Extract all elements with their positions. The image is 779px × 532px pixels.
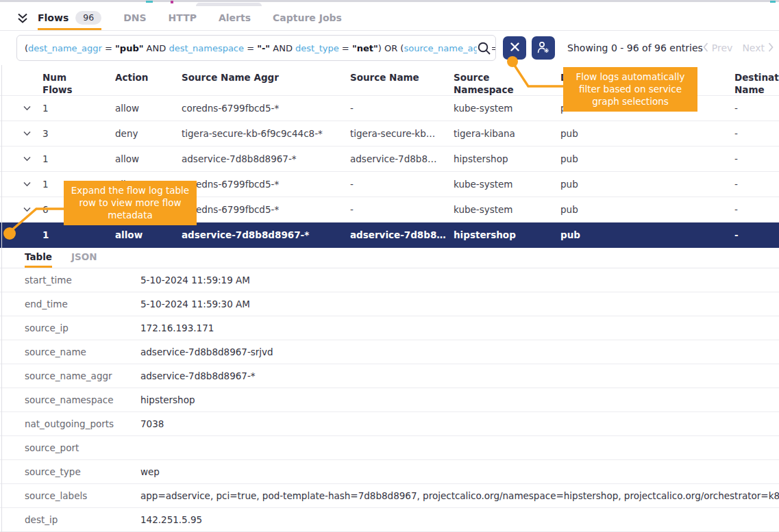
- cell-num: 6: [42, 204, 115, 215]
- column-header: SourceNamespace: [454, 71, 560, 96]
- flow-row[interactable]: 1allowcoredns-6799fbcd5-*-kube-systempub…: [0, 96, 779, 121]
- flows-count-badge: 96: [75, 11, 101, 25]
- cell-source_name: -: [350, 103, 454, 114]
- chevron-right-icon: [768, 42, 774, 54]
- flow-detail-tabbar: Table JSON: [0, 248, 779, 268]
- panel-left-border: [1, 7, 2, 532]
- cell-source_name_aggr: adservice-7d8b8d8967-*: [182, 229, 350, 240]
- cell-source_namespace: tigera-kibana: [454, 128, 560, 139]
- cell-num: 1: [42, 103, 115, 114]
- detail-key: source_labels: [25, 490, 140, 501]
- detail-key: start_time: [25, 275, 140, 286]
- row-expand-chevron-icon[interactable]: [23, 156, 42, 162]
- prev-button[interactable]: Prev: [703, 42, 733, 54]
- tab-dns[interactable]: DNS: [123, 6, 146, 30]
- filter-query-input[interactable]: (dest_name_aggr = "pub" AND dest_namespa…: [16, 35, 496, 61]
- cell-action: deny: [115, 128, 182, 139]
- cell-dest_name_aggr: pub: [560, 153, 734, 164]
- row-expand-chevron-icon[interactable]: [23, 105, 42, 111]
- detail-key: end_time: [25, 299, 140, 309]
- detail-row: source_ip172.16.193.171: [0, 316, 779, 340]
- detail-value: 5-10-2024 11:59:19 AM: [140, 275, 779, 286]
- cell-action: allow: [115, 229, 182, 240]
- cell-action: allow: [115, 103, 182, 114]
- cell-source_name_aggr: coredns-6799fbcd5-*: [182, 103, 350, 114]
- cell-dest_name: -: [734, 103, 779, 114]
- cell-dest_name_aggr: pub: [560, 179, 734, 190]
- flow-detail-table: start_time5-10-2024 11:59:19 AMend_time5…: [0, 268, 779, 532]
- column-header: DestinationName: [734, 71, 779, 96]
- detail-row: nat_outgoing_ports7038: [0, 412, 779, 436]
- detail-row: dest_ip142.251.5.95: [0, 508, 779, 532]
- flows-table-header: NumFlowsActionSource Name AggrSource Nam…: [0, 65, 779, 96]
- detail-tab-json[interactable]: JSON: [71, 248, 97, 268]
- flow-row[interactable]: 3denytigera-secure-kb-6f9c9c44c8-*tigera…: [0, 121, 779, 147]
- cell-dest_name_aggr: pub: [560, 229, 734, 240]
- flow-row[interactable]: 1allowadservice-7d8b8d8967-*adservice-7d…: [0, 147, 779, 172]
- detail-key: source_name: [25, 346, 140, 357]
- filter-query-text: (dest_name_aggr = "pub" AND dest_namespa…: [25, 43, 496, 53]
- cell-source_name: -: [350, 204, 454, 215]
- cell-source_name_aggr: adservice-7d8b8d8967-*: [182, 153, 350, 164]
- detail-key: source_name_aggr: [25, 370, 140, 381]
- cell-source_namespace: kube-system: [454, 179, 560, 190]
- cell-dest_name_aggr: pub: [560, 128, 734, 139]
- showing-entries-text: Showing 0 - 96 of 96 entries: [567, 42, 703, 53]
- cell-dest_name: -: [734, 128, 779, 139]
- next-button[interactable]: Next: [742, 42, 774, 54]
- cell-source_name: adservice-7d8b8…: [350, 153, 454, 164]
- detail-row: source_labelsapp=adservice, pci=true, po…: [0, 484, 779, 508]
- cell-dest_name: -: [734, 204, 779, 215]
- close-icon: [510, 42, 519, 53]
- detail-row: source_nameadservice-7d8b8d8967-srjvd: [0, 340, 779, 364]
- detail-value: 142.251.5.95: [140, 514, 779, 525]
- tab-alerts[interactable]: Alerts: [219, 6, 251, 30]
- row-expand-chevron-icon[interactable]: [23, 131, 42, 136]
- tab-capture-jobs[interactable]: Capture Jobs: [273, 6, 342, 30]
- user-settings-button[interactable]: [532, 36, 555, 60]
- detail-row: source_namespacehipstershop: [0, 388, 779, 412]
- cell-dest_name: -: [734, 179, 779, 190]
- clipped-content-strip: [0, 0, 779, 6]
- cell-source_namespace: kube-system: [454, 204, 560, 215]
- cell-num: 3: [42, 128, 115, 139]
- expand-all-icon[interactable]: [16, 13, 29, 24]
- row-expand-chevron-icon[interactable]: [23, 181, 42, 187]
- flows-toolbar: (dest_name_aggr = "pub" AND dest_namespa…: [0, 31, 779, 65]
- detail-row: start_time5-10-2024 11:59:19 AM: [0, 268, 779, 292]
- flow-row-selected[interactable]: 1allowadservice-7d8b8d8967-*adservice-7d…: [0, 223, 779, 248]
- detail-key: source_ip: [25, 322, 140, 333]
- column-header: Source Name Aggr: [182, 71, 350, 84]
- detail-row: source_typewep: [0, 460, 779, 484]
- cell-source_name_aggr: coredns-6799fbcd5-*: [182, 204, 350, 215]
- column-header: NumFlows: [42, 71, 115, 96]
- cell-action: allow: [115, 204, 182, 215]
- flow-row[interactable]: 1allowcoredns-6799fbcd5-*-kube-systempub…: [0, 172, 779, 197]
- column-header: Dest Name Aggr: [560, 71, 734, 84]
- cell-dest_name: -: [734, 229, 779, 240]
- detail-key: source_port: [25, 442, 140, 453]
- detail-tab-table[interactable]: Table: [25, 248, 52, 268]
- cell-source_namespace: hipstershop: [454, 153, 560, 164]
- flow-row[interactable]: 6allowcoredns-6799fbcd5-*-kube-systempub…: [0, 197, 779, 223]
- detail-value: app=adservice, pci=true, pod-template-ha…: [140, 490, 779, 501]
- cell-dest_name_aggr: pub: [560, 103, 734, 114]
- cell-source_name: tigera-secure-kb…: [350, 128, 454, 139]
- tab-flows[interactable]: Flows 96: [38, 6, 101, 30]
- detail-key: nat_outgoing_ports: [25, 418, 140, 429]
- row-expand-chevron-icon[interactable]: [23, 207, 42, 212]
- detail-row: source_name_aggradservice-7d8b8d8967-*: [0, 364, 779, 388]
- cell-source_name: -: [350, 179, 454, 190]
- detail-value: 7038: [140, 418, 779, 429]
- cell-dest_name: -: [734, 153, 779, 164]
- detail-key: dest_ip: [25, 514, 140, 525]
- cell-num: 1: [42, 153, 115, 164]
- tab-http[interactable]: HTTP: [169, 6, 197, 30]
- search-icon[interactable]: [477, 41, 492, 56]
- clear-filter-button[interactable]: [503, 36, 526, 60]
- cell-source_namespace: kube-system: [454, 103, 560, 114]
- cell-source_name: adservice-7d8b8…: [350, 229, 454, 240]
- cell-dest_name_aggr: pub: [560, 204, 734, 215]
- cell-source_name_aggr: tigera-secure-kb-6f9c9c44c8-*: [182, 128, 350, 139]
- detail-value: adservice-7d8b8d8967-srjvd: [140, 346, 779, 357]
